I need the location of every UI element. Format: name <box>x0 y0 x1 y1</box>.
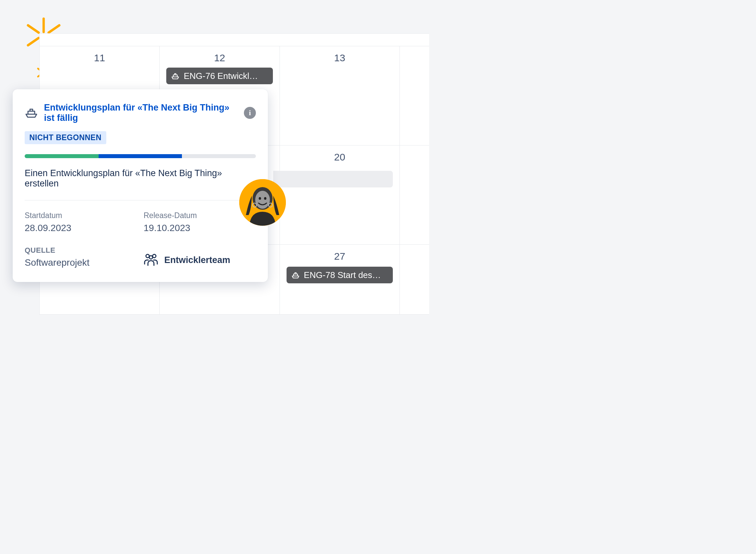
day-number: 11 <box>40 52 159 64</box>
source-label: QUELLE <box>24 246 137 255</box>
popover-title-link[interactable]: Entwicklungsplan für «The Next Big Thing… <box>44 103 238 123</box>
day-number: 27 <box>280 251 400 262</box>
svg-line-2 <box>28 25 39 33</box>
calendar-cell[interactable] <box>400 46 429 145</box>
event-label: ENG-78 Start des… <box>304 270 381 280</box>
svg-point-18 <box>146 254 149 258</box>
day-number: 13 <box>280 52 400 64</box>
source-value: Softwareprojekt <box>24 257 137 268</box>
start-date-block: Startdatum 28.09.2023 <box>24 211 137 233</box>
ship-icon <box>24 108 38 118</box>
progress-done <box>24 154 99 158</box>
source-block: QUELLE Softwareprojekt <box>24 246 137 268</box>
release-date-label: Release-Datum <box>144 211 256 220</box>
team-icon <box>144 253 158 267</box>
status-badge: NICHT BEGONNEN <box>24 131 106 144</box>
calendar-cell[interactable] <box>400 146 429 244</box>
team-name: Entwicklerteam <box>164 255 230 265</box>
svg-point-20 <box>149 256 153 259</box>
popover-description: Einen Entwicklungsplan für «The Next Big… <box>24 168 256 201</box>
svg-line-4 <box>28 38 39 45</box>
day-number: 12 <box>160 52 279 64</box>
progress-inprogress <box>99 154 182 158</box>
start-date-label: Startdatum <box>24 211 137 220</box>
event-label: ENG-76 Entwickl… <box>184 71 258 81</box>
info-icon[interactable]: i <box>244 107 256 119</box>
svg-point-19 <box>153 254 156 258</box>
svg-point-25 <box>259 197 261 200</box>
release-date-block: Release-Datum 19.10.2023 <box>144 211 256 233</box>
event-eng-76[interactable]: ENG-76 Entwickl… <box>166 68 272 84</box>
svg-line-5 <box>49 25 59 33</box>
progress-bar <box>24 154 256 158</box>
event-continuation[interactable] <box>273 171 393 187</box>
release-date-value: 19.10.2023 <box>144 223 256 233</box>
svg-point-26 <box>264 197 266 200</box>
ship-icon <box>171 72 180 79</box>
day-number: 20 <box>280 152 400 163</box>
calendar-cell[interactable]: 13 <box>280 46 400 145</box>
team-block: Entwicklerteam <box>144 252 256 268</box>
calendar-cell[interactable]: 27 ENG-78 Start des… <box>280 245 400 315</box>
start-date-value: 28.09.2023 <box>24 223 137 233</box>
svg-point-24 <box>255 191 270 209</box>
event-eng-78[interactable]: ENG-78 Start des… <box>287 267 393 283</box>
ship-icon <box>291 271 300 279</box>
calendar-cell[interactable] <box>400 245 429 315</box>
calendar-cell[interactable]: 20 <box>280 146 400 244</box>
event-popover: Entwicklungsplan für «The Next Big Thing… <box>13 89 268 282</box>
avatar[interactable] <box>239 179 286 226</box>
